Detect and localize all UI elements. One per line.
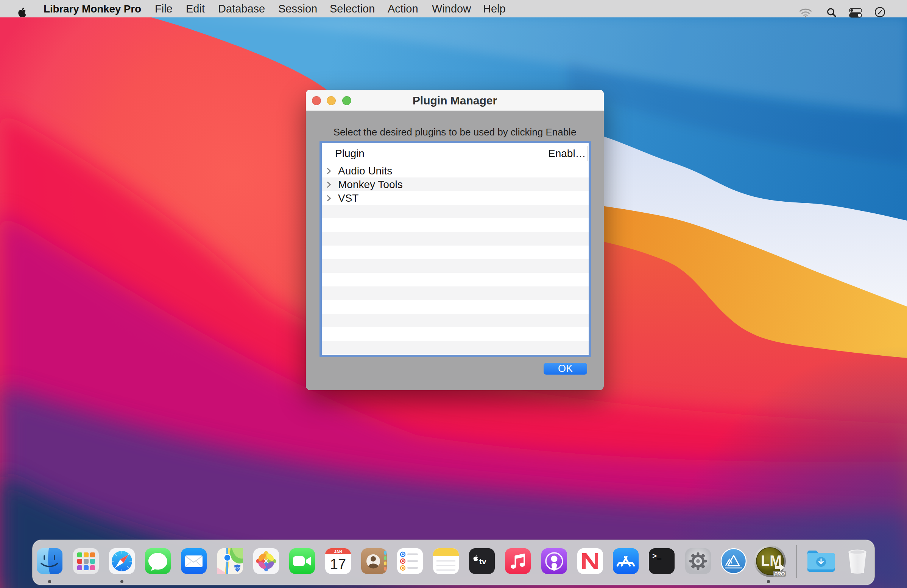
svg-text:PRO: PRO [774,571,785,577]
svg-text:tv: tv [479,557,486,566]
svg-text:280: 280 [234,566,240,570]
svg-text:JAN: JAN [334,550,342,554]
svg-text:17: 17 [330,556,346,572]
svg-text:>_: >_ [652,552,662,561]
